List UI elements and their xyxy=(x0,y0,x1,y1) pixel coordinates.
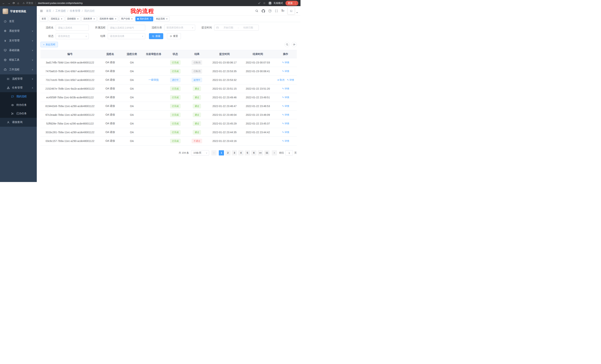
logo[interactable]: 芋道管理系统 xyxy=(0,6,37,17)
cell-end-time: 2022-01-22 23:51:20 xyxy=(241,84,274,93)
hamburger-icon[interactable] xyxy=(40,9,43,13)
key-icon[interactable] xyxy=(258,2,261,4)
pager-page-button[interactable]: 6 xyxy=(251,150,257,155)
github-icon[interactable] xyxy=(262,9,265,13)
result-select[interactable]: 请选择流结果 ∨ xyxy=(108,33,145,39)
detail-action-button[interactable]: ✎详情 xyxy=(282,96,289,99)
sidebar-item-process-management[interactable]: 流程管理 ∨ xyxy=(0,74,37,83)
breadcrumb-item[interactable]: 首页 xyxy=(46,9,51,13)
detail-action-button[interactable]: ✎详情 xyxy=(282,140,289,143)
tab-close-icon[interactable]: × xyxy=(150,18,151,20)
pager-page-button[interactable]: 4 xyxy=(238,150,243,155)
detail-action-button[interactable]: ✎详情 xyxy=(282,61,289,64)
detail-action-button[interactable]: ✎详情 xyxy=(282,87,289,90)
sidebar-item-infrastructure[interactable]: 基础设施 ∨ xyxy=(0,46,37,55)
goto-page-input[interactable] xyxy=(285,150,293,155)
task-submenu: 我的流程 待办任务 已办任务 xyxy=(0,92,37,118)
url-bar[interactable]: ⚠ 不安全 dashboard.yudao.iocoder.cn/bpm/tas… xyxy=(23,1,256,5)
back-icon[interactable]: ← xyxy=(2,2,5,4)
search-icon[interactable] xyxy=(255,9,258,12)
home-icon[interactable]: ⌂ xyxy=(18,2,19,4)
detail-action-button[interactable]: ✎详情 xyxy=(287,78,294,82)
sidebar-item-label: 请假查询 xyxy=(12,121,33,124)
page-size-select[interactable]: 10条/页 ∨ xyxy=(191,150,209,155)
sidebar-item-label: 研发工具 xyxy=(9,58,30,62)
sidebar-item-task-management[interactable]: 任务管理 ∧ xyxy=(0,83,37,92)
process-name-input[interactable] xyxy=(56,25,89,31)
status-tag: 已完成 xyxy=(170,69,180,74)
cell-actions: ✎详情 xyxy=(274,93,297,102)
pager-page-button[interactable]: 11 xyxy=(264,150,270,155)
search-button[interactable]: 搜索 xyxy=(149,33,163,39)
detail-action-button[interactable]: ✎详情 xyxy=(282,105,289,108)
avatar-caret-icon[interactable]: ▾ xyxy=(297,11,298,14)
tab-close-icon[interactable]: × xyxy=(61,18,62,20)
sidebar-item-todo-tasks[interactable]: 待办任务 xyxy=(0,101,37,109)
tab[interactable]: 发起流程× xyxy=(154,17,170,21)
tab-close-icon[interactable]: × xyxy=(166,18,168,20)
cell-category: OA xyxy=(121,119,143,128)
status-label: 状态 xyxy=(40,35,53,38)
cell-category: OA xyxy=(121,111,143,119)
browser-menu-icon[interactable]: ⋮ xyxy=(294,2,297,4)
next-page-button[interactable]: › xyxy=(272,150,277,155)
submit-time-range-picker[interactable]: 开始日期 - 结束日期 xyxy=(214,25,259,31)
sidebar-item-done-tasks[interactable]: 已办任务 xyxy=(0,109,37,118)
tab-close-icon[interactable]: × xyxy=(115,18,116,20)
forward-icon[interactable]: → xyxy=(7,2,10,4)
cell-submit-time: 2022-01-22 23:53:32 xyxy=(208,76,241,84)
cell-process-name: OA 请假 xyxy=(99,111,121,119)
avatar[interactable] xyxy=(288,7,295,14)
pager-page-button[interactable]: 2 xyxy=(225,150,230,155)
tab[interactable]: 用户分组× xyxy=(119,17,134,21)
tab-close-icon[interactable]: × xyxy=(77,18,79,20)
reload-icon[interactable]: ⟳ xyxy=(13,2,15,4)
tab[interactable]: 我的流程× xyxy=(135,17,153,21)
start-process-button[interactable]: + 发起流程 xyxy=(40,42,58,47)
detail-action-button[interactable]: ✎详情 xyxy=(282,113,289,116)
column-header: 操作 xyxy=(274,50,297,58)
sidebar-item-home[interactable]: 首页 xyxy=(0,17,37,26)
yen-icon: ¥ xyxy=(3,39,7,42)
result-tag: 不通过 xyxy=(192,139,202,143)
action-label: 详情 xyxy=(285,61,289,64)
tab[interactable]: 流程表单-编辑× xyxy=(98,17,118,21)
breadcrumb-item[interactable]: 任务管理 xyxy=(70,9,80,13)
tab[interactable]: 流程表单× xyxy=(81,17,97,21)
fullscreen-icon[interactable] xyxy=(275,10,278,12)
detail-action-button[interactable]: ✎详情 xyxy=(282,70,289,73)
tab[interactable]: 流程定义× xyxy=(49,17,64,21)
show-search-toggle-icon[interactable] xyxy=(285,42,290,47)
sidebar-item-system[interactable]: ⚙ 系统管理 ∨ xyxy=(0,26,37,36)
pager-page-button[interactable]: 1 xyxy=(219,150,224,155)
tab-close-icon[interactable]: × xyxy=(131,18,133,20)
url-text[interactable]: dashboard.yudao.iocoder.cn/bpm/task/my xyxy=(38,2,83,4)
pager-ellipsis[interactable]: ••• xyxy=(258,150,263,155)
pager-page-button[interactable]: 5 xyxy=(245,150,250,155)
sidebar-item-payment[interactable]: ¥ 支付管理 ∨ xyxy=(0,36,37,46)
tab-close-icon[interactable]: × xyxy=(93,18,95,20)
bookmark-star-icon[interactable]: ☆ xyxy=(263,1,266,5)
detail-action-button[interactable]: ✎详情 xyxy=(282,131,289,134)
process-definition-input[interactable] xyxy=(108,25,145,31)
breadcrumb: 首页 / 工作流程 / 任务管理 / 我的流程 xyxy=(46,9,95,13)
help-icon[interactable]: ? xyxy=(268,9,271,12)
sidebar-item-leave-query[interactable]: 请假查询 xyxy=(0,118,37,127)
tab[interactable]: 流程模型× xyxy=(65,17,80,21)
update-button[interactable]: 更新 ⋮ xyxy=(285,1,298,6)
sidebar-item-workflow[interactable]: 工作流程 ∧ xyxy=(0,65,37,74)
pager-page-button[interactable]: 3 xyxy=(232,150,237,155)
sidebar-item-my-process[interactable]: 我的流程 xyxy=(0,92,37,101)
prev-page-button[interactable]: ‹ xyxy=(211,150,217,155)
reset-button[interactable]: ⟳ 重置 xyxy=(167,33,181,39)
sidebar-item-devtools[interactable]: 研发工具 ∨ xyxy=(0,55,37,65)
detail-action-button[interactable]: ✎详情 xyxy=(282,122,289,125)
status-select[interactable]: 请选择状态 ∨ xyxy=(56,33,89,39)
font-size-icon[interactable]: TT xyxy=(281,9,284,13)
breadcrumb-item[interactable]: 工作流程 xyxy=(55,9,66,13)
process-category-select[interactable]: 请选择流程分类 ∨ xyxy=(164,25,195,31)
current-task-link[interactable]: 一级审批 xyxy=(148,78,159,81)
tab[interactable]: 首页 xyxy=(40,17,48,21)
cancel-action-button[interactable]: ⊘取消 xyxy=(277,78,284,82)
refresh-table-icon[interactable]: ⟳ xyxy=(291,42,297,47)
